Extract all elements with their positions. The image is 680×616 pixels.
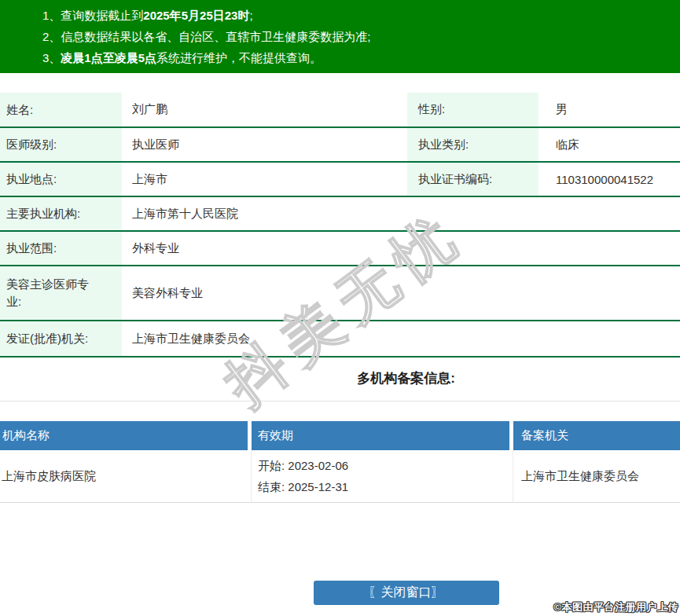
doctor-info-table: 姓名: 刘广鹏 性别: 男 医师级别: 执业医师 执业类别: 临床 执业地点: … [0,93,680,358]
filing-validity-start: 开始: 2023-02-06 [258,455,513,476]
field-label-practice-location: 执业地点: [0,162,122,196]
field-label-certificate-number: 执业证书编码: [407,162,538,196]
notice-line-2: 2、信息数据结果以各省、自治区、直辖市卫生健康委数据为准; [0,26,680,47]
field-value-issuing-authority: 上海市卫生健康委员会 [122,321,680,357]
field-value-certificate-number: 110310000041522 [538,162,680,196]
info-row-location-certno: 执业地点: 上海市 执业证书编码: 110310000041522 [0,162,680,196]
filing-validity-end: 结束: 2025-12-31 [258,476,513,497]
field-value-practice-scope: 外科专业 [122,231,680,266]
filing-header-row: 机构名称 有效期 备案机关 [0,421,680,450]
copyright-watermark: ©本图由平台注册用户上传 [553,600,678,614]
section-divider [0,401,680,402]
field-value-cosmetic-specialty: 美容外科专业 [122,266,680,321]
info-row-issuing-authority: 发证(批准)机关: 上海市卫生健康委员会 [0,321,680,357]
filing-authority: 上海市卫生健康委员会 [513,450,680,503]
field-label-practice-scope: 执业范围: [0,231,122,266]
notice-text: 查询数据截止到 [61,9,143,22]
field-label-main-institution: 主要执业机构: [0,196,122,231]
field-value-doctor-level: 执业医师 [122,127,407,162]
close-window-button[interactable]: 〖关闭窗口〗 [314,581,499,605]
field-value-main-institution: 上海市第十人民医院 [122,196,680,231]
notice-text: 系统进行维护，不能提供查询。 [156,51,322,64]
notice-number: 1、 [42,9,61,22]
field-value-practice-category: 临床 [538,127,680,162]
column-header-institution: 机构名称 [0,421,252,450]
filing-table: 机构名称 有效期 备案机关 上海市皮肤病医院 开始: 2023-02-06 结束… [0,421,680,503]
notice-text-bold: 2025年5月25日23时 [143,9,249,22]
notice-text-bold: 凌晨1点至凌晨5点 [61,51,156,64]
info-row-practice-scope: 执业范围: 外科专业 [0,231,680,266]
field-label-cosmetic-specialty: 美容主诊医师专业: [0,266,122,321]
multi-institution-section-title: 多机构备案信息: [0,369,680,387]
column-header-filing-authority: 备案机关 [513,421,680,450]
info-row-cosmetic-specialty: 美容主诊医师专业: 美容外科专业 [0,266,680,321]
info-row-main-institution: 主要执业机构: 上海市第十人民医院 [0,196,680,231]
field-label-gender: 性别: [407,93,538,127]
notice-number: 3、 [42,51,61,64]
info-row-level-category: 医师级别: 执业医师 执业类别: 临床 [0,127,680,162]
field-label-name: 姓名: [0,93,122,127]
field-label-issuing-authority: 发证(批准)机关: [0,321,122,357]
filing-institution: 上海市皮肤病医院 [0,450,252,503]
field-label-doctor-level: 医师级别: [0,127,122,162]
field-label-practice-category: 执业类别: [407,127,538,162]
notice-number: 2、 [42,30,61,43]
info-row-name-gender: 姓名: 刘广鹏 性别: 男 [0,93,680,127]
notice-text: 信息数据结果以各省、自治区、直辖市卫生健康委数据为准; [61,30,370,43]
notice-line-1: 1、查询数据截止到2025年5月25日23时; [0,5,680,26]
notice-line-3: 3、凌晨1点至凌晨5点系统进行维护，不能提供查询。 [0,47,680,68]
field-value-practice-location: 上海市 [122,162,407,196]
notice-text: ; [249,9,252,22]
filing-validity: 开始: 2023-02-06 结束: 2025-12-31 [252,450,513,503]
column-header-validity: 有效期 [252,421,513,450]
notice-banner: 1、查询数据截止到2025年5月25日23时; 2、信息数据结果以各省、自治区、… [0,0,680,73]
field-value-name: 刘广鹏 [122,93,407,127]
field-value-gender: 男 [538,93,680,127]
result-page: 姓名: 刘广鹏 性别: 男 医师级别: 执业医师 执业类别: 临床 执业地点: … [0,93,680,605]
filing-row: 上海市皮肤病医院 开始: 2023-02-06 结束: 2025-12-31 上… [0,450,680,503]
